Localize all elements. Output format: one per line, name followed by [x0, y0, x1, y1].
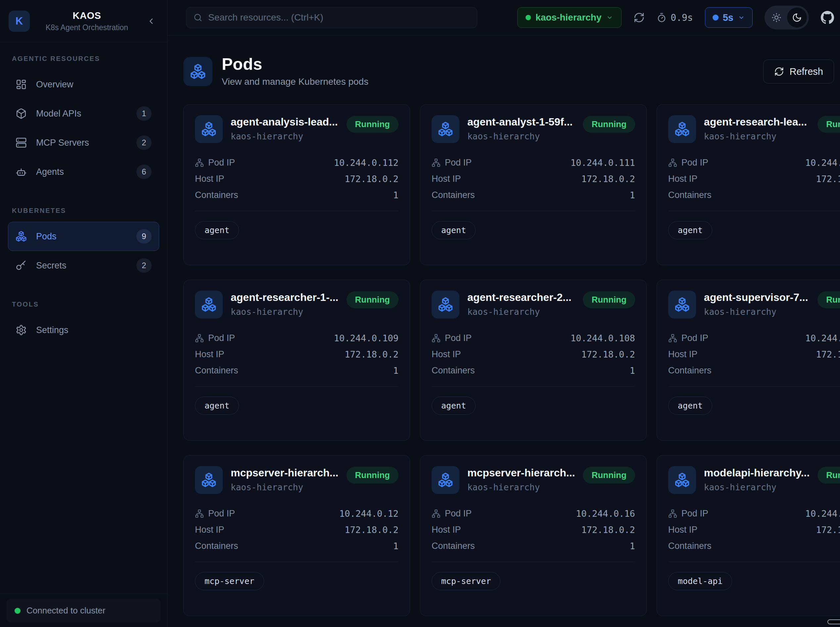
container-tag: agent — [432, 397, 476, 415]
refresh-duration-value: 0.9s — [670, 12, 693, 23]
sidebar-item-settings[interactable]: Settings — [8, 315, 159, 345]
bot-icon — [16, 166, 27, 178]
sidebar-collapse-button[interactable] — [144, 14, 159, 28]
network-icon — [668, 334, 677, 343]
status-badge: Running — [583, 467, 635, 484]
horizontal-scrollbar-thumb[interactable] — [827, 619, 840, 624]
host-ip-value: 172.18.0.2 — [581, 349, 635, 359]
search-input[interactable] — [186, 7, 477, 28]
moon-icon — [792, 13, 802, 22]
pod-tags: mcp-server — [432, 572, 635, 590]
pod-card-header: agent-researcher-1-... kaos-hierarchy Ru… — [195, 291, 398, 318]
pod-namespace: kaos-hierarchy — [467, 307, 575, 317]
pod-card[interactable]: agent-researcher-2... kaos-hierarchy Run… — [420, 280, 647, 441]
sidebar-item-model-apis[interactable]: Model APIs 1 — [8, 99, 159, 128]
pod-name: agent-researcher-1-... — [231, 291, 338, 304]
pod-tags: agent — [432, 397, 635, 415]
host-ip-row: Host IP 172.18.0.2 — [432, 174, 635, 184]
containers-value: 1 — [393, 365, 398, 376]
pod-card[interactable]: agent-analysis-lead... kaos-hierarchy Ru… — [183, 104, 410, 265]
pod-card[interactable]: agent-research-lea... kaos-hierarchy Run… — [657, 104, 840, 265]
sidebar-item-agents[interactable]: Agents 6 — [8, 157, 159, 186]
pod-title-block: agent-research-lea... kaos-hierarchy — [704, 115, 810, 141]
host-ip-row: Host IP 172.18.0.2 — [195, 349, 398, 359]
containers-value: 1 — [393, 190, 398, 200]
network-icon — [195, 334, 204, 343]
sidebar-item-label: Agents — [36, 167, 127, 177]
pods-icon — [675, 121, 690, 137]
containers-row: Containers 1 — [668, 190, 840, 200]
pod-card[interactable]: mcpserver-hierarch... kaos-hierarchy Run… — [183, 455, 410, 616]
containers-row: Containers 1 — [195, 541, 398, 551]
container-tag: agent — [668, 221, 712, 239]
host-ip-row: Host IP 172.18.0.2 — [432, 525, 635, 535]
containers-row: Containers 1 — [432, 541, 635, 551]
pod-icon-tile — [668, 291, 696, 318]
pod-card[interactable]: modelapi-hierarchy... kaos-hierarchy Run… — [657, 455, 840, 616]
pod-ip-row: Pod IP 10.244.0.108 — [432, 333, 635, 343]
pod-icon-tile — [195, 291, 223, 318]
chevron-down-icon — [738, 14, 745, 21]
status-badge: Running — [583, 291, 635, 308]
sidebar-item-mcp-servers[interactable]: MCP Servers 2 — [8, 128, 159, 157]
pod-card-header: agent-researcher-2... kaos-hierarchy Run… — [432, 291, 635, 318]
pod-ip-label: Pod IP — [432, 158, 472, 168]
pod-card[interactable]: mcpserver-hierarch... kaos-hierarchy Run… — [420, 455, 647, 616]
pod-card[interactable]: agent-analyst-1-59f... kaos-hierarchy Ru… — [420, 104, 647, 265]
host-ip-label: Host IP — [195, 174, 224, 184]
sidebar-item-label: Overview — [36, 79, 152, 90]
sidebar-item-pods[interactable]: Pods 9 — [8, 222, 159, 251]
pod-card-header: agent-analyst-1-59f... kaos-hierarchy Ru… — [432, 115, 635, 143]
count-badge: 6 — [136, 164, 152, 179]
pod-card[interactable]: agent-researcher-1-... kaos-hierarchy Ru… — [183, 280, 410, 441]
light-theme-button[interactable] — [766, 8, 787, 27]
page-title: Pods — [222, 56, 368, 72]
count-badge: 2 — [136, 135, 152, 150]
pod-namespace: kaos-hierarchy — [467, 131, 575, 141]
pod-ip-label: Pod IP — [195, 158, 235, 168]
section-label: TOOLS — [12, 301, 159, 308]
pod-tags: agent — [668, 397, 840, 415]
network-icon — [668, 158, 677, 167]
pod-card[interactable]: agent-supervisor-7... kaos-hierarchy Run… — [657, 280, 840, 441]
sidebar-item-secrets[interactable]: Secrets 2 — [8, 251, 159, 280]
dark-theme-button[interactable] — [787, 8, 807, 27]
poll-interval-selector[interactable]: 5s — [705, 7, 753, 28]
pod-title-block: agent-supervisor-7... kaos-hierarchy — [704, 291, 810, 317]
host-ip-value: 172.18.0.2 — [816, 349, 840, 359]
pod-name: modelapi-hierarchy... — [704, 467, 810, 479]
nav-section-tools: TOOLS Settings — [8, 301, 159, 345]
pod-namespace: kaos-hierarchy — [231, 482, 338, 492]
pod-namespace: kaos-hierarchy — [704, 307, 810, 317]
host-ip-label: Host IP — [668, 349, 698, 359]
sidebar-item-label: Model APIs — [36, 109, 127, 119]
dashboard-icon — [16, 79, 27, 90]
pod-ip-label: Pod IP — [668, 333, 708, 343]
pod-ip-value: 10.244.0.108 — [571, 333, 635, 343]
pod-icon-tile — [668, 115, 696, 143]
pod-tags: agent — [195, 221, 398, 239]
host-ip-value: 172.18.0.2 — [816, 174, 840, 184]
pod-tags: agent — [668, 221, 840, 239]
pod-card-header: agent-analysis-lead... kaos-hierarchy Ru… — [195, 115, 398, 143]
divider — [195, 562, 398, 562]
status-badge: Running — [818, 116, 840, 133]
namespace-selector[interactable]: kaos-hierarchy — [517, 7, 621, 28]
search-wrap — [186, 7, 477, 28]
pods-icon — [16, 231, 27, 242]
pod-ip-value: 10.244.0.12 — [339, 509, 398, 519]
topbar-refresh-button[interactable] — [634, 12, 645, 23]
divider — [195, 386, 398, 387]
divider — [432, 386, 635, 387]
pod-ip-label: Pod IP — [432, 333, 472, 343]
github-link[interactable] — [821, 11, 834, 24]
container-tag: model-api — [668, 572, 732, 590]
refresh-button-label: Refresh — [790, 66, 823, 77]
refresh-button[interactable]: Refresh — [763, 60, 834, 83]
container-tag: agent — [195, 221, 239, 239]
sidebar-item-overview[interactable]: Overview — [8, 70, 159, 99]
pod-namespace: kaos-hierarchy — [231, 307, 338, 317]
host-ip-value: 172.18.0.2 — [581, 525, 635, 535]
github-icon — [821, 11, 834, 24]
container-tag: agent — [195, 397, 239, 415]
